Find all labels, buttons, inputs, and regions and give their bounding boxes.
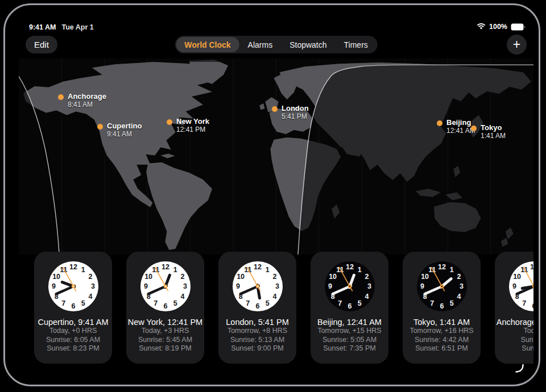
svg-text:5: 5 [265,299,269,307]
city-dot-icon [272,106,278,112]
map-city-marker: Anchorage 8:41 AM [58,94,106,109]
svg-text:7: 7 [246,299,250,307]
city-name: Tokyo [481,124,506,132]
svg-text:9: 9 [52,282,56,290]
tab-alarms[interactable]: Alarms [239,37,282,52]
world-clock-cards: 123456789101112 Cupertino, 9:41 AM Today… [34,252,533,364]
clock-card-sunrise: Sunrise: 4:42 AM [415,336,469,345]
status-bar: 9:41 AM Tue Apr 1 100% [19,22,533,32]
city-clock-card-cupertino[interactable]: 123456789101112 Cupertino, 9:41 AM Today… [34,252,112,364]
tab-timers[interactable]: Timers [336,37,377,52]
map-city-marker: New York 12:41 PM [167,119,209,134]
city-time: 1:41 AM [481,132,506,140]
clock-card-title: Anchorage, 8:41 AM [497,318,533,327]
tab-stopwatch[interactable]: Stopwatch [281,37,335,52]
city-clock-card-anchorage[interactable]: 123456789101112 Anchorage, 8:41 AM Today… [495,252,533,364]
battery-full-icon [511,23,526,31]
svg-text:4: 4 [365,293,369,301]
tab-world-clock[interactable]: World Clock [176,37,239,52]
svg-text:10: 10 [144,273,152,281]
svg-text:1: 1 [357,266,361,274]
svg-text:12: 12 [438,263,446,271]
svg-text:5: 5 [357,299,361,307]
svg-text:10: 10 [421,273,429,281]
city-clock-card-new-york[interactable]: 123456789101112 New York, 12:41 PM Today… [126,252,204,364]
svg-text:9: 9 [144,282,148,290]
city-name: Anchorage [68,93,106,101]
svg-text:2: 2 [272,273,276,281]
city-time: 12:41 PM [176,126,209,134]
svg-text:5: 5 [173,299,177,307]
svg-text:12: 12 [346,263,354,271]
clock-card-day-offset: Today, +3 HRS [142,327,189,336]
svg-text:1: 1 [81,266,85,274]
svg-text:1: 1 [449,266,453,274]
city-dot-icon [471,126,477,131]
wifi-icon [477,23,486,30]
svg-text:10: 10 [52,273,60,281]
svg-text:6: 6 [163,302,167,310]
city-clock-card-tokyo[interactable]: 123456789101112 Tokyo, 1:41 AM Tomorrow,… [403,252,481,364]
svg-text:3: 3 [91,282,95,290]
clock-card-sunrise: Sunrise: [521,336,533,345]
svg-text:7: 7 [154,299,158,307]
analog-clock: 123456789101112 [233,261,283,311]
svg-text:6: 6 [440,302,444,310]
city-time: 9:41 AM [107,130,142,138]
map-city-marker: London 5:41 PM [272,106,309,120]
city-dot-icon [437,120,442,126]
clock-card-sunrise: Sunrise: 5:05 AM [322,336,377,345]
analog-clock: 123456789101112 [325,261,375,311]
svg-text:7: 7 [430,299,434,307]
battery-percent: 100% [489,23,507,31]
city-clock-card-london[interactable]: 123456789101112 London, 5:41 PM Tomorrow… [218,252,296,364]
svg-text:10: 10 [329,273,337,281]
svg-text:4: 4 [457,293,461,301]
world-map: Anchorage 8:41 AM Cupertino 9:41 AM New … [19,59,533,255]
map-city-marker: Cupertino 9:41 AM [97,123,142,138]
svg-text:4: 4 [272,293,276,301]
clock-card-day-offset: Today, +0 HRS [49,327,97,336]
clock-card-sunrise: Sunrise: 6:05 AM [46,336,100,345]
analog-clock: 123456789101112 [48,261,98,311]
city-name: New York [176,118,209,126]
clock-card-sunset: Sunset: 7:35 PM [323,344,375,353]
clock-card-title: Beijing, 12:41 AM [317,318,382,327]
svg-text:7: 7 [338,299,342,307]
svg-text:6: 6 [348,302,351,310]
svg-text:5: 5 [449,299,453,307]
analog-clock: 123456789101112 [417,261,467,311]
svg-text:9: 9 [328,282,332,290]
svg-text:2: 2 [365,273,369,281]
city-dot-icon [167,119,172,125]
svg-text:9: 9 [236,282,240,290]
edit-button[interactable]: Edit [26,36,57,53]
clock-card-sunset: Sunset: 6:51 PM [415,344,468,353]
svg-text:4: 4 [180,293,184,301]
clock-card-title: Cupertino, 9:41 AM [38,318,108,327]
svg-text:7: 7 [61,299,65,307]
status-time: 9:41 AM [29,23,56,31]
svg-text:12: 12 [69,263,77,271]
clock-card-day-offset: Tomorrow, +15 HRS [317,327,381,336]
corner-squiggle-decoration [515,364,526,374]
city-time: 5:41 PM [282,112,309,120]
clock-card-day-offset: Tomorrow, +16 HRS [410,327,473,336]
svg-text:12: 12 [530,263,533,271]
svg-text:3: 3 [275,282,279,290]
city-dot-icon [58,94,64,100]
city-clock-card-beijing[interactable]: 123456789101112 Beijing, 12:41 AM Tomorr… [311,252,388,364]
city-name: London [282,105,309,112]
clock-card-sunset: Sunset: [522,344,533,353]
tab-bar: World ClockAlarmsStopwatchTimers [175,36,378,53]
svg-text:12: 12 [162,263,169,271]
svg-text:3: 3 [183,282,187,290]
svg-text:10: 10 [513,273,521,281]
clock-card-title: New York, 12:41 PM [128,318,202,327]
clock-card-day-offset: Tomorrow, +8 HRS [228,327,287,336]
ipad-frame: 9:41 AM Tue Apr 1 100% Edit World ClockA… [3,3,540,386]
svg-text:12: 12 [254,263,262,271]
add-clock-button[interactable]: + [507,35,527,55]
svg-text:2: 2 [180,273,184,281]
svg-text:2: 2 [88,273,92,281]
